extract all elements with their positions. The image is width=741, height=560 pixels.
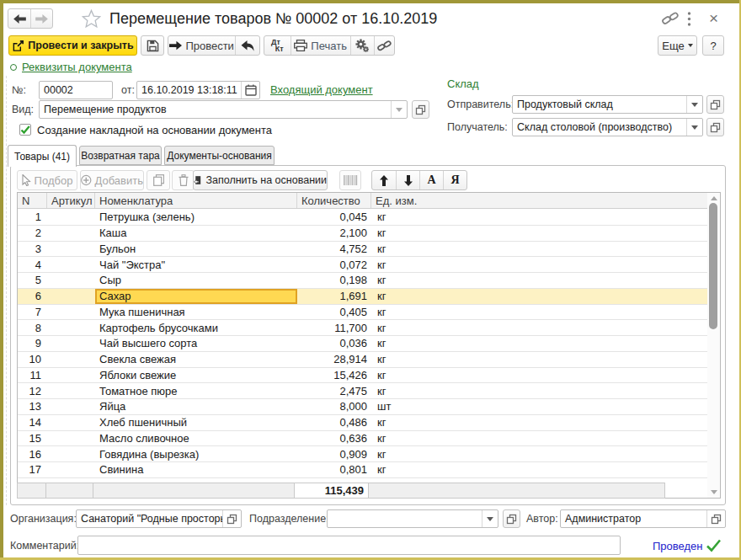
cell-row-number: 6 bbox=[18, 289, 47, 304]
delete-button[interactable] bbox=[172, 170, 195, 190]
table-row[interactable]: 4Чай "Экстра"0,072кг bbox=[18, 257, 707, 273]
table-row[interactable]: 8Картофель брусочками11,700кг bbox=[18, 320, 707, 336]
department-dropdown-button[interactable] bbox=[482, 510, 498, 527]
cell-row-number: 14 bbox=[18, 415, 47, 430]
scroll-up-icon[interactable] bbox=[711, 196, 717, 200]
move-down-button[interactable] bbox=[396, 171, 419, 189]
sort-desc-label: Я bbox=[450, 173, 459, 187]
save-button[interactable] bbox=[141, 35, 164, 56]
create-invoice-checkbox[interactable] bbox=[19, 124, 31, 136]
number-input[interactable]: 00002 bbox=[39, 81, 113, 99]
table-row[interactable]: 5Сыр0,198кг bbox=[18, 273, 707, 289]
copy-button[interactable] bbox=[147, 170, 170, 190]
column-header-quantity[interactable]: Количество bbox=[297, 193, 371, 208]
receiver-value: Склад столовой (производство) bbox=[513, 121, 686, 133]
department-combo[interactable] bbox=[327, 509, 498, 528]
tab-basis-documents[interactable]: Документы-основания bbox=[164, 146, 275, 165]
table-row[interactable]: 6Сахар1,691кг bbox=[18, 289, 707, 305]
calendar-button[interactable] bbox=[241, 82, 259, 99]
more-menu-dots-icon[interactable] bbox=[687, 11, 691, 29]
table-body: 1Петрушка (зелень)0,045кг2Каша2,100кг3Бу… bbox=[18, 210, 707, 478]
post-and-close-button[interactable]: Провести и закрыть bbox=[8, 35, 137, 56]
sort-desc-button[interactable]: Я bbox=[443, 171, 466, 189]
get-link-icon[interactable] bbox=[662, 11, 679, 29]
column-header-nomenclature[interactable]: Номенклатура bbox=[95, 193, 297, 208]
author-field[interactable]: Администратор bbox=[560, 509, 726, 528]
cell-nomenclature: Мука пшеничная bbox=[95, 305, 297, 320]
receiver-dropdown-button[interactable] bbox=[686, 119, 702, 136]
print-button[interactable]: Печать bbox=[291, 36, 350, 55]
post-button[interactable]: Провести bbox=[168, 36, 235, 55]
table-row[interactable]: 9Чай высшего сорта0,036кг bbox=[18, 336, 707, 352]
document-window: Перемещение товаров № 00002 от 16.10.201… bbox=[0, 0, 741, 560]
fill-on-basis-button[interactable]: Заполнить на основании bbox=[193, 170, 328, 190]
sender-combo[interactable]: Продуктовый склад bbox=[512, 95, 703, 114]
author-open-button[interactable] bbox=[706, 510, 725, 527]
organization-field[interactable]: Санаторий "Родные просторы" bbox=[76, 509, 242, 528]
cell-quantity: 2,475 bbox=[297, 383, 371, 398]
sender-open-button[interactable] bbox=[706, 95, 724, 114]
help-label: ? bbox=[710, 40, 716, 52]
move-up-button[interactable] bbox=[372, 171, 396, 189]
column-header-n[interactable]: N bbox=[18, 193, 47, 208]
add-button[interactable]: Добавить bbox=[80, 170, 144, 190]
document-requisites-link[interactable]: Реквизиты документа bbox=[22, 61, 132, 73]
cell-row-number: 9 bbox=[18, 336, 47, 351]
table-row[interactable]: 17Свинина0,801кг bbox=[18, 462, 707, 478]
table-row[interactable]: 7Мука пшеничная0,405кг bbox=[18, 305, 707, 321]
tab-returnable-packaging[interactable]: Возвратная тара bbox=[79, 146, 162, 165]
receiver-open-button[interactable] bbox=[706, 118, 724, 136]
form-left-splitter bbox=[6, 76, 7, 505]
receiver-combo[interactable]: Склад столовой (производство) bbox=[512, 118, 703, 136]
sender-dropdown-button[interactable] bbox=[686, 96, 702, 113]
favorite-star-icon[interactable] bbox=[82, 9, 101, 30]
cell-nomenclature: Свекла свежая bbox=[95, 352, 297, 367]
column-header-unit[interactable]: Ед. изм. bbox=[371, 193, 707, 208]
table-row[interactable]: 10Свекла свежая28,914кг bbox=[18, 352, 707, 368]
table-row[interactable]: 11Яблоки свежие15,426кг bbox=[18, 368, 707, 384]
date-input[interactable]: 16.10.2019 13:18:11 bbox=[136, 81, 260, 99]
help-button[interactable]: ? bbox=[702, 35, 724, 56]
table-row[interactable]: 14Хлеб пшеничный0,486кг bbox=[18, 415, 707, 431]
forward-button[interactable] bbox=[30, 9, 52, 28]
scroll-down-icon[interactable] bbox=[711, 490, 717, 494]
incoming-document-link[interactable]: Входящий документ bbox=[270, 83, 373, 96]
table-row[interactable]: 2Каша2,100кг bbox=[18, 226, 707, 242]
table-row[interactable]: 3Бульон4,752кг bbox=[18, 242, 707, 258]
cell-article bbox=[47, 226, 95, 241]
sender-label: Отправитель: bbox=[447, 95, 514, 114]
barcode-button[interactable] bbox=[339, 170, 361, 190]
vertical-scrollbar[interactable] bbox=[707, 193, 720, 498]
link-button[interactable] bbox=[374, 36, 394, 55]
settings-button[interactable] bbox=[350, 36, 375, 55]
column-header-article[interactable]: Артикул bbox=[47, 193, 95, 208]
table-row[interactable]: 12Томатное пюре2,475кг bbox=[18, 383, 707, 399]
collapse-marker-icon[interactable] bbox=[10, 64, 17, 71]
table-row[interactable]: 15Масло сливочное0,636кг bbox=[18, 431, 707, 447]
kind-combo[interactable]: Перемещение продуктов bbox=[39, 100, 408, 119]
department-open-button[interactable] bbox=[503, 509, 520, 528]
back-button[interactable] bbox=[8, 9, 30, 28]
table-row[interactable]: 1Петрушка (зелень)0,045кг bbox=[18, 210, 707, 226]
scrollbar-thumb[interactable] bbox=[709, 203, 717, 329]
kind-dropdown-button[interactable] bbox=[391, 101, 407, 118]
nav-buttons bbox=[8, 8, 53, 29]
undo-button[interactable] bbox=[235, 36, 259, 55]
cell-row-number: 12 bbox=[18, 383, 47, 398]
post-and-close-icon bbox=[12, 40, 24, 52]
cell-nomenclature: Яблоки свежие bbox=[95, 368, 297, 383]
table-row[interactable]: 16Говядина (вырезка)0,909кг bbox=[18, 446, 707, 462]
kind-open-button[interactable] bbox=[412, 100, 429, 119]
table-row[interactable]: 13Яйца8,000шт bbox=[18, 399, 707, 415]
tab-goods[interactable]: Товары (41) bbox=[8, 145, 77, 167]
dt-kt-button[interactable]: Дт Кт bbox=[264, 36, 291, 55]
comment-input[interactable] bbox=[77, 536, 621, 555]
cell-nomenclature: Хлеб пшеничный bbox=[95, 415, 297, 430]
cell-quantity: 8,000 bbox=[297, 399, 371, 414]
cell-article bbox=[47, 320, 95, 335]
pick-button[interactable]: Подбор bbox=[17, 170, 77, 190]
sort-asc-button[interactable]: А bbox=[419, 171, 443, 189]
close-icon[interactable]: × bbox=[709, 8, 718, 29]
more-button[interactable]: Еще bbox=[658, 35, 697, 56]
organization-open-button[interactable] bbox=[222, 510, 241, 527]
